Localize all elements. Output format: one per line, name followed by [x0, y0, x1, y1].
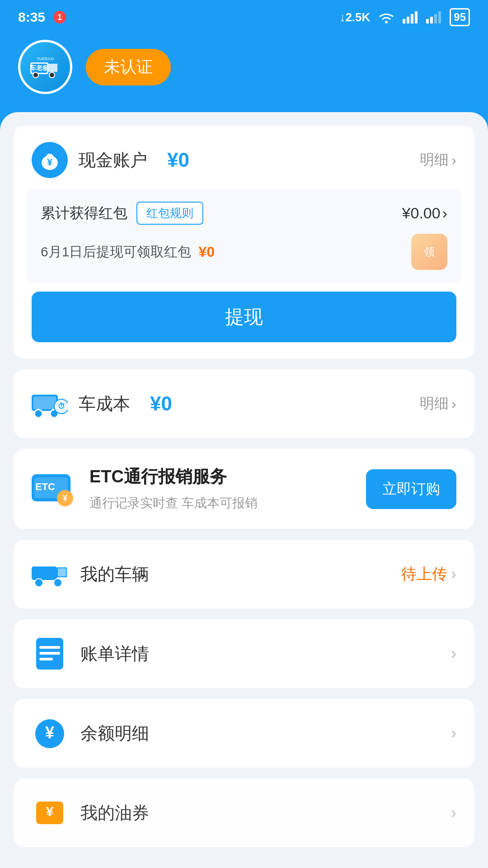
- bill-detail-label: 账单详情: [80, 642, 438, 665]
- svg-point-13: [33, 72, 38, 78]
- svg-rect-6: [430, 17, 433, 24]
- bill-icon: [32, 636, 68, 672]
- claim-button[interactable]: 领: [411, 234, 447, 270]
- etc-svg: ETC ¥: [32, 472, 77, 506]
- battery-indicator: 95: [450, 8, 470, 26]
- signal-icon-2: [426, 11, 441, 24]
- my-vehicle-label: 我的车辆: [80, 563, 389, 586]
- etc-desc: 通行记录实时查 车成本可报销: [89, 494, 353, 513]
- svg-rect-4: [415, 11, 418, 24]
- svg-rect-20: [33, 396, 56, 409]
- car-cost-icon: ⏱: [32, 386, 68, 422]
- bill-detail-row: 账单详情 ›: [14, 619, 474, 688]
- withdraw-button[interactable]: 提现: [32, 292, 456, 342]
- money-bag-icon: ¥: [32, 142, 68, 178]
- app-logo: 车老板 YUEBAO: [18, 40, 72, 94]
- coupons-icon: ¥: [32, 795, 68, 831]
- notification-badge: 1: [53, 11, 66, 24]
- cert-status-badge[interactable]: 未认证: [86, 49, 171, 85]
- svg-rect-32: [58, 568, 66, 576]
- svg-point-33: [35, 579, 43, 587]
- money-icon-svg: ¥: [40, 150, 60, 170]
- my-coupons-chevron: ›: [451, 803, 456, 822]
- cash-account-label: 现金账户: [79, 149, 147, 172]
- coupons-svg: ¥: [34, 796, 66, 830]
- svg-rect-2: [407, 17, 409, 24]
- my-vehicle-status: 待上传 ›: [401, 564, 456, 585]
- car-cost-label: 车成本: [79, 392, 130, 415]
- status-left: 8:35 1: [18, 9, 66, 25]
- red-packet-section: 累计获得红包 红包规则 ¥0.00 › 6月1日后提现可领取红包 ¥0 领: [27, 189, 461, 283]
- svg-text:车老板: 车老板: [30, 64, 49, 71]
- cash-account-header: ¥ 现金账户 ¥0 明细 ›: [14, 126, 474, 178]
- cash-account-amount: ¥0: [167, 149, 189, 171]
- red-packet-label: 累计获得红包: [41, 203, 127, 223]
- balance-svg: ¥: [34, 717, 66, 750]
- svg-text:YUEBAO: YUEBAO: [37, 57, 54, 61]
- svg-text:¥: ¥: [45, 723, 54, 742]
- balance-detail-label: 余额明细: [80, 722, 438, 745]
- wifi-icon: [378, 11, 394, 24]
- bill-detail-chevron: ›: [451, 644, 456, 663]
- svg-rect-36: [39, 646, 60, 649]
- etc-icon: ETC ¥: [32, 471, 77, 507]
- truck-icon-svg: [32, 562, 68, 587]
- balance-detail-row: ¥ 余额明细 ›: [14, 699, 474, 768]
- etc-text: ETC通行报销服务 通行记录实时查 车成本可报销: [89, 465, 353, 513]
- my-coupons-label: 我的油券: [80, 802, 438, 825]
- car-cost-card: ⏱ 车成本 ¥0 明细 ›: [14, 369, 474, 438]
- svg-marker-10: [48, 64, 57, 72]
- balance-detail-chevron: ›: [451, 724, 456, 743]
- red-packet-withdraw-amount: ¥0: [198, 244, 215, 260]
- red-packet-row1: 累计获得红包 红包规则 ¥0.00 ›: [41, 202, 447, 225]
- etc-card: ETC ¥ ETC通行报销服务 通行记录实时查 车成本可报销 立即订购: [14, 449, 474, 529]
- cash-account-card: ¥ 现金账户 ¥0 明细 › 累计获得红包 红包规则 ¥0.00 ›: [14, 126, 474, 359]
- svg-point-18: [46, 154, 53, 159]
- red-packet-row2: 6月1日后提现可领取红包 ¥0 领: [41, 234, 447, 270]
- etc-card-inner: ETC ¥ ETC通行报销服务 通行记录实时查 车成本可报销 立即订购: [14, 449, 474, 529]
- car-cost-row: ⏱ 车成本 ¥0 明细 ›: [14, 369, 474, 438]
- svg-point-14: [49, 72, 55, 78]
- download-speed: ↓2.5K: [339, 10, 370, 24]
- car-cost-detail-link[interactable]: 明细 ›: [420, 394, 456, 414]
- my-vehicle-card[interactable]: 我的车辆 待上传 ›: [14, 540, 474, 609]
- main-content: ¥ 现金账户 ¥0 明细 › 累计获得红包 红包规则 ¥0.00 ›: [0, 112, 488, 868]
- my-coupons-row: ¥ 我的油券 ›: [14, 778, 474, 847]
- svg-point-34: [54, 579, 62, 587]
- svg-rect-1: [403, 19, 405, 24]
- svg-rect-7: [434, 14, 437, 24]
- balance-detail-card[interactable]: ¥ 余额明细 ›: [14, 699, 474, 768]
- svg-point-21: [34, 410, 42, 417]
- vehicle-icon: [32, 556, 68, 592]
- my-coupons-card[interactable]: ¥ 我的油券 ›: [14, 778, 474, 847]
- svg-rect-37: [39, 652, 60, 655]
- car-cost-amount: ¥0: [150, 392, 172, 415]
- svg-rect-3: [411, 14, 413, 24]
- svg-text:⏱: ⏱: [58, 402, 65, 410]
- svg-text:¥: ¥: [63, 494, 67, 503]
- balance-icon: ¥: [32, 715, 68, 751]
- signal-icon: [403, 11, 418, 24]
- bill-detail-card[interactable]: 账单详情 ›: [14, 619, 474, 688]
- svg-text:¥: ¥: [46, 804, 54, 819]
- status-right: ↓2.5K 95: [339, 8, 470, 26]
- svg-rect-30: [32, 566, 57, 580]
- etc-buy-button[interactable]: 立即订购: [366, 469, 456, 509]
- red-packet-withdraw-text: 6月1日后提现可领取红包: [41, 243, 191, 261]
- svg-rect-38: [39, 658, 53, 660]
- etc-title: ETC通行报销服务: [89, 465, 353, 488]
- svg-point-0: [385, 21, 388, 24]
- car-cost-svg: ⏱: [32, 390, 68, 417]
- app-header: 车老板 YUEBAO 未认证: [0, 31, 488, 112]
- my-vehicle-row: 我的车辆 待上传 ›: [14, 540, 474, 609]
- svg-rect-8: [438, 11, 441, 24]
- red-packet-amount[interactable]: ¥0.00 ›: [402, 204, 447, 222]
- svg-text:ETC: ETC: [35, 481, 55, 492]
- cash-detail-link[interactable]: 明细 ›: [420, 150, 456, 170]
- svg-rect-5: [426, 19, 429, 24]
- truck-logo-icon: 车老板 YUEBAO: [29, 56, 61, 78]
- bill-svg: [34, 637, 66, 671]
- status-bar: 8:35 1 ↓2.5K 95: [0, 0, 488, 31]
- red-packet-rule-btn[interactable]: 红包规则: [136, 202, 203, 225]
- status-time: 8:35: [18, 9, 45, 25]
